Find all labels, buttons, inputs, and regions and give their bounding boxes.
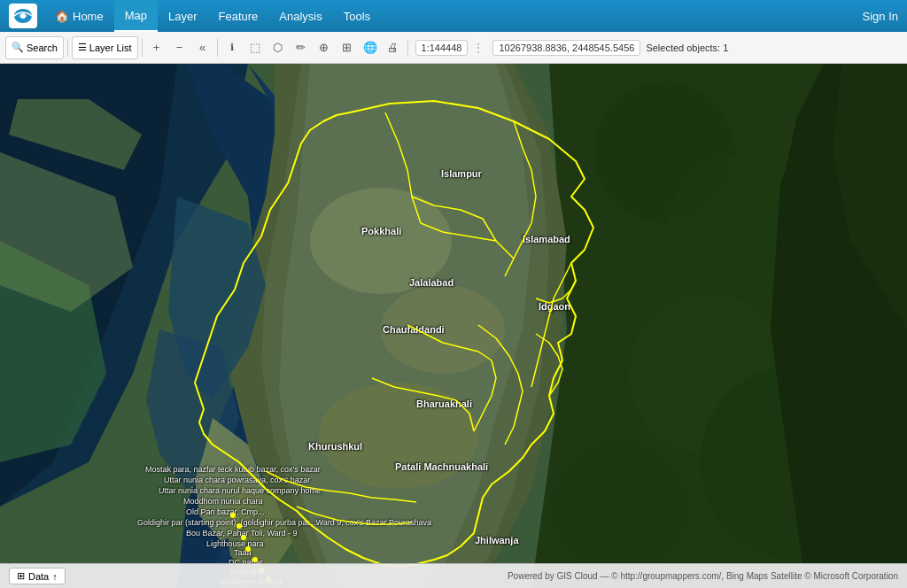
list-icon: ☰	[78, 42, 87, 53]
selected-objects-display: Selected objects: 1	[646, 43, 728, 53]
app-logo	[9, 4, 37, 28]
nav-map[interactable]: Map	[114, 0, 158, 32]
zoom-in-button[interactable]: +	[146, 37, 167, 58]
bottom-bar: ⊞ Data ↑ Powered by GIS Cloud — © http:/…	[0, 563, 907, 588]
svg-point-1	[20, 13, 26, 19]
svg-point-10	[310, 188, 452, 294]
select-button[interactable]: ⬚	[244, 37, 266, 58]
draw-button[interactable]: ✏	[291, 37, 312, 58]
upload-icon: ↑	[52, 571, 58, 582]
copyright-text: Powered by GIS Cloud — © http://groupmap…	[508, 571, 898, 581]
print-button[interactable]: 🖨	[383, 37, 404, 58]
separator-dot: ⋮	[473, 42, 484, 54]
nav-tools[interactable]: Tools	[333, 0, 381, 32]
nav-bar: 🏠 Home Map Layer Feature Analysis Tools	[44, 0, 863, 32]
app-header: 🏠 Home Map Layer Feature Analysis Tools …	[0, 0, 907, 32]
search-icon: 🔍	[12, 42, 24, 53]
polygon-button[interactable]: ⬡	[267, 37, 289, 58]
separator	[217, 39, 218, 57]
grid-icon: ⊞	[17, 570, 25, 582]
data-button[interactable]: ⊞ Data ↑	[9, 568, 66, 584]
svg-point-11	[381, 285, 505, 374]
home-icon: 🏠	[55, 10, 69, 23]
nav-analysis[interactable]: Analysis	[268, 0, 332, 32]
zoom-out-button[interactable]: −	[169, 37, 190, 58]
map-container[interactable]: .boundary { fill: none; stroke: #ffff00;…	[0, 64, 907, 588]
svg-point-9	[549, 436, 691, 577]
marker-button[interactable]: ⊕	[314, 37, 335, 58]
sign-in-button[interactable]: Sign In	[863, 10, 898, 23]
zoom-extent-button[interactable]: ⊞	[337, 37, 358, 58]
coordinates-display: 10267938.8836, 2448545.5456	[492, 40, 640, 56]
layer-list-button[interactable]: ☰ Layer List	[72, 36, 138, 59]
separator	[142, 39, 143, 57]
map-toolbar: 🔍 Search ☰ Layer List + − « ℹ ⬚ ⬡ ✏ ⊕ ⊞ …	[0, 32, 907, 64]
separator	[407, 39, 408, 57]
pan-button[interactable]: «	[192, 37, 213, 58]
zoom-map-button[interactable]: 🌐	[360, 37, 381, 58]
nav-home[interactable]: 🏠 Home	[44, 0, 114, 32]
scale-display: 1:144448	[415, 40, 469, 56]
svg-point-12	[319, 383, 478, 489]
nav-feature[interactable]: Feature	[208, 0, 269, 32]
info-button[interactable]: ℹ	[221, 37, 243, 58]
separator	[67, 39, 68, 57]
search-button[interactable]: 🔍 Search	[5, 36, 64, 59]
nav-layer[interactable]: Layer	[158, 0, 208, 32]
